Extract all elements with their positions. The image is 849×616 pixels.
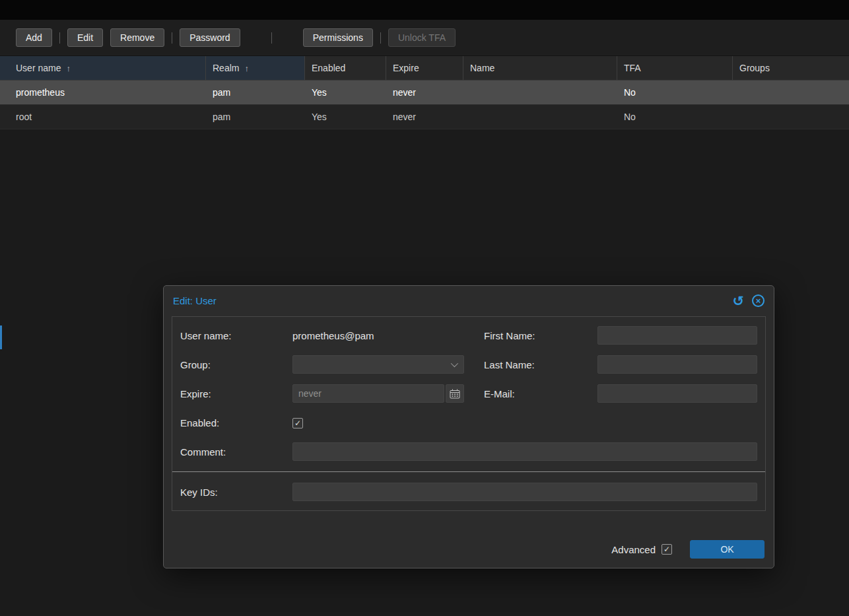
edit-user-dialog: Edit: User ↺ × User name: prometheus@pam… [163,285,774,568]
keyids-label: Key IDs: [180,483,292,501]
column-header-name[interactable]: Name [463,56,617,80]
password-button[interactable]: Password [180,28,240,47]
cell-tfa: No [617,112,733,122]
column-label: Groups [739,63,770,73]
table-body: prometheus pam Yes never No root pam Yes… [0,81,849,129]
column-header-enabled[interactable]: Enabled [305,56,386,80]
remove-button[interactable]: Remove [110,28,164,47]
enabled-checkbox-wrap: ✓ [292,417,464,428]
check-icon: ✓ [663,545,670,553]
splitter-accent [0,325,2,349]
last-name-input[interactable] [597,355,757,374]
ok-button[interactable]: OK [690,540,764,559]
cell-expire: never [386,112,463,122]
sort-ascending-icon: ↑ [244,63,249,73]
column-header-expire[interactable]: Expire [386,56,463,80]
column-label: Name [470,63,494,73]
top-strip [0,0,849,20]
column-header-tfa[interactable]: TFA [617,56,733,80]
table-row-prometheus[interactable]: prometheus pam Yes never No [0,81,849,105]
first-name-label: First Name: [484,326,597,345]
toolbar-separator [271,32,272,44]
dialog-tools: ↺ × [732,294,764,308]
expire-label: Expire: [180,384,292,403]
column-header-realm[interactable]: Realm ↑ [206,56,305,80]
toolbar-separator [59,32,60,44]
cell-username: prometheus [0,87,206,98]
comment-label: Comment: [180,442,292,461]
column-label: Expire [393,63,419,73]
calendar-icon[interactable] [446,384,464,403]
column-label: Realm [213,63,239,73]
cell-realm: pam [206,112,305,122]
edit-button[interactable]: Edit [67,28,103,47]
dialog-header[interactable]: Edit: User ↺ × [164,286,774,315]
last-name-label: Last Name: [484,355,597,374]
table-row-root[interactable]: root pam Yes never No [0,105,849,129]
table-header: User name ↑ Realm ↑ Enabled Expire Name … [0,55,849,81]
username-value: prometheus@pam [292,330,464,341]
column-label: Enabled [312,63,345,73]
column-label: User name [16,63,61,73]
cell-enabled: Yes [305,87,386,98]
permissions-button[interactable]: Permissions [303,28,373,47]
chevron-down-icon [451,360,458,367]
form-panel: User name: prometheus@pam First Name: Gr… [172,316,766,511]
group-combobox[interactable] [292,355,464,374]
sort-ascending-icon: ↑ [66,63,71,73]
cell-username: root [0,112,206,122]
column-label: TFA [624,63,641,73]
advanced-label: Advanced [611,544,656,555]
advanced-checkbox[interactable]: ✓ [662,544,672,555]
expire-field-group [292,384,464,403]
toolbar-separator [380,32,381,44]
unlock-tfa-button: Unlock TFA [388,28,456,47]
user-management-screen: Add Edit Remove Password Permissions Unl… [0,0,849,616]
email-label: E-Mail: [484,384,597,403]
email-input[interactable] [597,384,757,403]
group-label: Group: [180,355,292,374]
keyids-input[interactable] [292,483,757,501]
dialog-footer: Advanced ✓ OK [164,540,774,568]
close-x-glyph: × [756,296,761,305]
cell-expire: never [386,87,463,98]
close-icon[interactable]: × [752,294,764,307]
column-header-username[interactable]: User name ↑ [0,56,206,80]
toolbar: Add Edit Remove Password Permissions Unl… [0,20,849,55]
add-button[interactable]: Add [16,28,52,47]
cell-enabled: Yes [305,112,386,122]
expire-input[interactable] [292,384,444,403]
advanced-divider [172,471,765,472]
toolbar-separator [172,32,172,44]
enabled-label: Enabled: [180,413,292,432]
enabled-checkbox[interactable]: ✓ [292,418,303,428]
first-name-input[interactable] [597,326,757,345]
check-icon: ✓ [294,419,301,427]
cell-tfa: No [617,87,733,98]
column-header-groups[interactable]: Groups [733,56,849,80]
reset-icon[interactable]: ↺ [732,294,744,308]
comment-input[interactable] [292,442,757,461]
cell-realm: pam [206,87,305,98]
username-label: User name: [180,326,292,345]
dialog-title: Edit: User [173,295,732,306]
